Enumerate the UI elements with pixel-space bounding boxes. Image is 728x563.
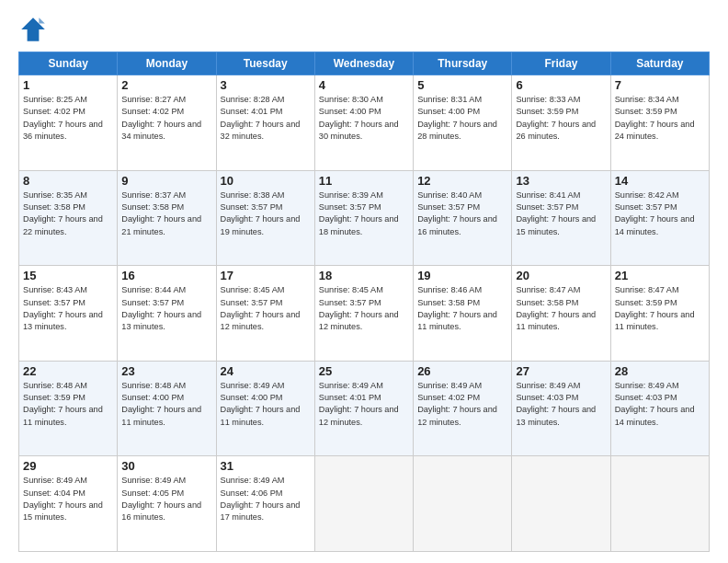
sun-info: Sunrise: 8:47 AMSunset: 3:59 PMDaylight:… — [615, 284, 705, 333]
sun-info: Sunrise: 8:38 AMSunset: 3:57 PMDaylight:… — [221, 190, 311, 238]
sun-info: Sunrise: 8:28 AMSunset: 4:01 PMDaylight:… — [221, 94, 311, 143]
calendar-cell: 5Sunrise: 8:31 AMSunset: 4:00 PMDaylight… — [414, 75, 512, 171]
calendar-cell: 7Sunrise: 8:34 AMSunset: 3:59 PMDaylight… — [610, 75, 709, 171]
sun-info: Sunrise: 8:49 AMSunset: 4:05 PMDaylight:… — [121, 475, 211, 523]
sun-info: Sunrise: 8:31 AMSunset: 4:00 PMDaylight:… — [417, 94, 507, 143]
calendar-cell: 24Sunrise: 8:49 AMSunset: 4:00 PMDayligh… — [216, 361, 314, 456]
sun-info: Sunrise: 8:49 AMSunset: 4:01 PMDaylight:… — [319, 380, 409, 429]
day-number: 31 — [221, 459, 311, 473]
page: SundayMondayTuesdayWednesdayThursdayFrid… — [0, 0, 728, 563]
day-number: 8 — [23, 174, 113, 188]
calendar-cell: 17Sunrise: 8:45 AMSunset: 3:57 PMDayligh… — [216, 266, 314, 362]
sun-info: Sunrise: 8:49 AMSunset: 4:04 PMDaylight:… — [23, 475, 113, 523]
calendar-cell: 16Sunrise: 8:44 AMSunset: 3:57 PMDayligh… — [118, 266, 216, 362]
calendar-cell: 13Sunrise: 8:41 AMSunset: 3:57 PMDayligh… — [512, 170, 610, 266]
day-number: 27 — [516, 364, 606, 378]
day-number: 19 — [417, 269, 507, 282]
sun-info: Sunrise: 8:25 AMSunset: 4:02 PMDaylight:… — [23, 94, 113, 143]
sun-info: Sunrise: 8:49 AMSunset: 4:03 PMDaylight:… — [615, 380, 705, 429]
calendar-cell — [414, 456, 512, 552]
sun-info: Sunrise: 8:39 AMSunset: 3:57 PMDaylight:… — [319, 190, 409, 238]
calendar-cell: 25Sunrise: 8:49 AMSunset: 4:01 PMDayligh… — [314, 361, 413, 456]
calendar-week-row: 22Sunrise: 8:48 AMSunset: 3:59 PMDayligh… — [19, 361, 710, 456]
day-number: 6 — [516, 78, 606, 92]
sun-info: Sunrise: 8:42 AMSunset: 3:57 PMDaylight:… — [615, 190, 705, 238]
day-number: 3 — [221, 78, 311, 92]
calendar-cell: 28Sunrise: 8:49 AMSunset: 4:03 PMDayligh… — [610, 361, 709, 456]
calendar-cell — [610, 456, 709, 552]
calendar-cell — [512, 456, 610, 552]
calendar-cell: 22Sunrise: 8:48 AMSunset: 3:59 PMDayligh… — [19, 361, 118, 456]
sun-info: Sunrise: 8:47 AMSunset: 3:58 PMDaylight:… — [516, 284, 606, 333]
calendar-cell: 29Sunrise: 8:49 AMSunset: 4:04 PMDayligh… — [19, 456, 118, 552]
calendar-cell: 1Sunrise: 8:25 AMSunset: 4:02 PMDaylight… — [19, 75, 118, 171]
calendar-cell: 9Sunrise: 8:37 AMSunset: 3:58 PMDaylight… — [118, 170, 216, 266]
day-header-tuesday: Tuesday — [216, 52, 314, 75]
day-number: 28 — [615, 364, 705, 378]
sun-info: Sunrise: 8:27 AMSunset: 4:02 PMDaylight:… — [121, 94, 211, 143]
day-number: 15 — [23, 269, 113, 282]
day-header-monday: Monday — [118, 52, 216, 75]
sun-info: Sunrise: 8:48 AMSunset: 3:59 PMDaylight:… — [23, 380, 113, 429]
day-number: 24 — [221, 364, 311, 378]
calendar-cell: 12Sunrise: 8:40 AMSunset: 3:57 PMDayligh… — [414, 170, 512, 266]
day-number: 22 — [23, 364, 113, 378]
day-header-sunday: Sunday — [19, 52, 118, 75]
calendar-cell: 15Sunrise: 8:43 AMSunset: 3:57 PMDayligh… — [19, 266, 118, 362]
header — [18, 15, 710, 44]
day-number: 11 — [319, 174, 409, 188]
day-number: 4 — [319, 78, 409, 92]
calendar-cell: 6Sunrise: 8:33 AMSunset: 3:59 PMDaylight… — [512, 75, 610, 171]
day-number: 2 — [121, 78, 211, 92]
sun-info: Sunrise: 8:44 AMSunset: 3:57 PMDaylight:… — [121, 284, 211, 333]
calendar-cell: 11Sunrise: 8:39 AMSunset: 3:57 PMDayligh… — [314, 170, 413, 266]
sun-info: Sunrise: 8:34 AMSunset: 3:59 PMDaylight:… — [615, 94, 705, 143]
sun-info: Sunrise: 8:35 AMSunset: 3:58 PMDaylight:… — [23, 190, 113, 238]
calendar-cell: 3Sunrise: 8:28 AMSunset: 4:01 PMDaylight… — [216, 75, 314, 171]
day-number: 10 — [221, 174, 311, 188]
sun-info: Sunrise: 8:43 AMSunset: 3:57 PMDaylight:… — [23, 284, 113, 333]
calendar-week-row: 15Sunrise: 8:43 AMSunset: 3:57 PMDayligh… — [19, 266, 710, 362]
day-header-thursday: Thursday — [414, 52, 512, 75]
day-number: 26 — [417, 364, 507, 378]
day-header-wednesday: Wednesday — [314, 52, 413, 75]
logo-icon — [18, 15, 48, 44]
calendar-cell: 18Sunrise: 8:45 AMSunset: 3:57 PMDayligh… — [314, 266, 413, 362]
day-header-saturday: Saturday — [610, 52, 709, 75]
sun-info: Sunrise: 8:37 AMSunset: 3:58 PMDaylight:… — [121, 190, 211, 238]
calendar-week-row: 1Sunrise: 8:25 AMSunset: 4:02 PMDaylight… — [19, 75, 710, 171]
day-number: 17 — [221, 269, 311, 282]
day-number: 16 — [121, 269, 211, 282]
calendar-cell: 20Sunrise: 8:47 AMSunset: 3:58 PMDayligh… — [512, 266, 610, 362]
days-header-row: SundayMondayTuesdayWednesdayThursdayFrid… — [19, 52, 710, 75]
calendar-cell: 26Sunrise: 8:49 AMSunset: 4:02 PMDayligh… — [414, 361, 512, 456]
day-number: 30 — [121, 459, 211, 473]
sun-info: Sunrise: 8:40 AMSunset: 3:57 PMDaylight:… — [417, 190, 507, 238]
svg-marker-1 — [39, 17, 44, 23]
calendar-cell: 10Sunrise: 8:38 AMSunset: 3:57 PMDayligh… — [216, 170, 314, 266]
day-number: 5 — [417, 78, 507, 92]
calendar-cell: 14Sunrise: 8:42 AMSunset: 3:57 PMDayligh… — [610, 170, 709, 266]
sun-info: Sunrise: 8:46 AMSunset: 3:58 PMDaylight:… — [417, 284, 507, 333]
calendar-cell: 23Sunrise: 8:48 AMSunset: 4:00 PMDayligh… — [118, 361, 216, 456]
day-number: 7 — [615, 78, 705, 92]
calendar-cell: 8Sunrise: 8:35 AMSunset: 3:58 PMDaylight… — [19, 170, 118, 266]
sun-info: Sunrise: 8:49 AMSunset: 4:03 PMDaylight:… — [516, 380, 606, 429]
day-number: 21 — [615, 269, 705, 282]
calendar-cell: 21Sunrise: 8:47 AMSunset: 3:59 PMDayligh… — [610, 266, 709, 362]
sun-info: Sunrise: 8:45 AMSunset: 3:57 PMDaylight:… — [319, 284, 409, 333]
day-number: 25 — [319, 364, 409, 378]
day-number: 23 — [121, 364, 211, 378]
day-number: 9 — [121, 174, 211, 188]
sun-info: Sunrise: 8:49 AMSunset: 4:06 PMDaylight:… — [221, 475, 311, 523]
calendar-cell — [314, 456, 413, 552]
day-number: 29 — [23, 459, 113, 473]
sun-info: Sunrise: 8:41 AMSunset: 3:57 PMDaylight:… — [516, 190, 606, 238]
calendar-cell: 4Sunrise: 8:30 AMSunset: 4:00 PMDaylight… — [314, 75, 413, 171]
day-number: 18 — [319, 269, 409, 282]
calendar-week-row: 29Sunrise: 8:49 AMSunset: 4:04 PMDayligh… — [19, 456, 710, 552]
calendar-cell: 31Sunrise: 8:49 AMSunset: 4:06 PMDayligh… — [216, 456, 314, 552]
calendar-cell: 30Sunrise: 8:49 AMSunset: 4:05 PMDayligh… — [118, 456, 216, 552]
calendar-week-row: 8Sunrise: 8:35 AMSunset: 3:58 PMDaylight… — [19, 170, 710, 266]
day-header-friday: Friday — [512, 52, 610, 75]
